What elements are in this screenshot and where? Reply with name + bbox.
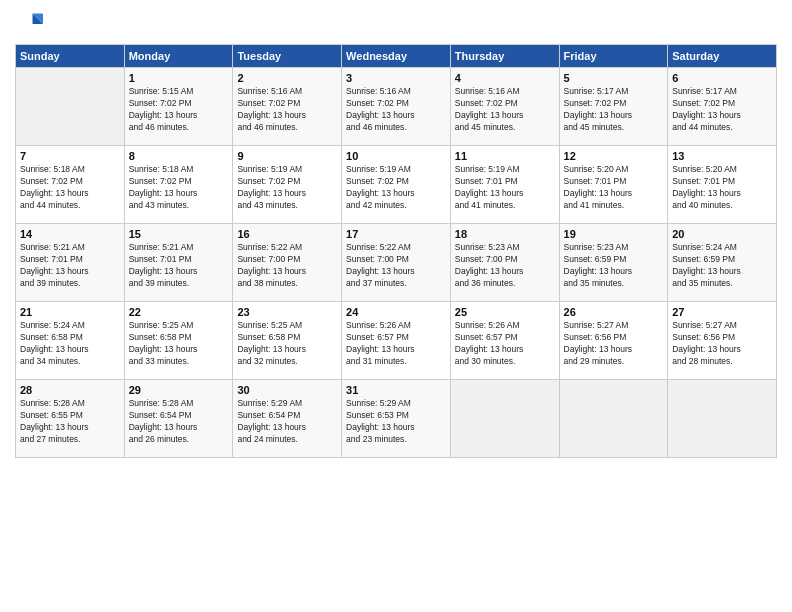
- day-cell: 25Sunrise: 5:26 AMSunset: 6:57 PMDayligh…: [450, 302, 559, 380]
- week-row-1: 1Sunrise: 5:15 AMSunset: 7:02 PMDaylight…: [16, 68, 777, 146]
- day-cell: 30Sunrise: 5:29 AMSunset: 6:54 PMDayligh…: [233, 380, 342, 458]
- day-cell: 1Sunrise: 5:15 AMSunset: 7:02 PMDaylight…: [124, 68, 233, 146]
- day-info: Sunrise: 5:20 AMSunset: 7:01 PMDaylight:…: [564, 164, 664, 212]
- day-number: 3: [346, 72, 446, 84]
- col-header-tuesday: Tuesday: [233, 45, 342, 68]
- day-info: Sunrise: 5:29 AMSunset: 6:53 PMDaylight:…: [346, 398, 446, 446]
- day-cell: 11Sunrise: 5:19 AMSunset: 7:01 PMDayligh…: [450, 146, 559, 224]
- day-info: Sunrise: 5:26 AMSunset: 6:57 PMDaylight:…: [455, 320, 555, 368]
- page: SundayMondayTuesdayWednesdayThursdayFrid…: [0, 0, 792, 612]
- day-number: 1: [129, 72, 229, 84]
- day-number: 9: [237, 150, 337, 162]
- day-number: 30: [237, 384, 337, 396]
- day-number: 20: [672, 228, 772, 240]
- week-row-2: 7Sunrise: 5:18 AMSunset: 7:02 PMDaylight…: [16, 146, 777, 224]
- day-info: Sunrise: 5:28 AMSunset: 6:55 PMDaylight:…: [20, 398, 120, 446]
- day-info: Sunrise: 5:27 AMSunset: 6:56 PMDaylight:…: [564, 320, 664, 368]
- day-cell: 19Sunrise: 5:23 AMSunset: 6:59 PMDayligh…: [559, 224, 668, 302]
- day-info: Sunrise: 5:23 AMSunset: 6:59 PMDaylight:…: [564, 242, 664, 290]
- day-cell: 14Sunrise: 5:21 AMSunset: 7:01 PMDayligh…: [16, 224, 125, 302]
- day-info: Sunrise: 5:19 AMSunset: 7:02 PMDaylight:…: [346, 164, 446, 212]
- day-cell: 15Sunrise: 5:21 AMSunset: 7:01 PMDayligh…: [124, 224, 233, 302]
- day-cell: [559, 380, 668, 458]
- day-cell: 29Sunrise: 5:28 AMSunset: 6:54 PMDayligh…: [124, 380, 233, 458]
- day-info: Sunrise: 5:17 AMSunset: 7:02 PMDaylight:…: [672, 86, 772, 134]
- day-info: Sunrise: 5:15 AMSunset: 7:02 PMDaylight:…: [129, 86, 229, 134]
- day-number: 25: [455, 306, 555, 318]
- day-info: Sunrise: 5:29 AMSunset: 6:54 PMDaylight:…: [237, 398, 337, 446]
- day-number: 16: [237, 228, 337, 240]
- col-header-saturday: Saturday: [668, 45, 777, 68]
- day-cell: 31Sunrise: 5:29 AMSunset: 6:53 PMDayligh…: [342, 380, 451, 458]
- day-cell: 16Sunrise: 5:22 AMSunset: 7:00 PMDayligh…: [233, 224, 342, 302]
- day-cell: 24Sunrise: 5:26 AMSunset: 6:57 PMDayligh…: [342, 302, 451, 380]
- day-cell: 3Sunrise: 5:16 AMSunset: 7:02 PMDaylight…: [342, 68, 451, 146]
- day-cell: 27Sunrise: 5:27 AMSunset: 6:56 PMDayligh…: [668, 302, 777, 380]
- day-cell: [668, 380, 777, 458]
- day-cell: 26Sunrise: 5:27 AMSunset: 6:56 PMDayligh…: [559, 302, 668, 380]
- day-cell: 13Sunrise: 5:20 AMSunset: 7:01 PMDayligh…: [668, 146, 777, 224]
- week-row-5: 28Sunrise: 5:28 AMSunset: 6:55 PMDayligh…: [16, 380, 777, 458]
- day-cell: 17Sunrise: 5:22 AMSunset: 7:00 PMDayligh…: [342, 224, 451, 302]
- day-info: Sunrise: 5:16 AMSunset: 7:02 PMDaylight:…: [455, 86, 555, 134]
- day-info: Sunrise: 5:17 AMSunset: 7:02 PMDaylight:…: [564, 86, 664, 134]
- col-header-friday: Friday: [559, 45, 668, 68]
- day-info: Sunrise: 5:19 AMSunset: 7:02 PMDaylight:…: [237, 164, 337, 212]
- day-info: Sunrise: 5:19 AMSunset: 7:01 PMDaylight:…: [455, 164, 555, 212]
- day-cell: 28Sunrise: 5:28 AMSunset: 6:55 PMDayligh…: [16, 380, 125, 458]
- day-cell: 21Sunrise: 5:24 AMSunset: 6:58 PMDayligh…: [16, 302, 125, 380]
- logo: [15, 10, 47, 38]
- day-number: 2: [237, 72, 337, 84]
- day-number: 24: [346, 306, 446, 318]
- col-header-sunday: Sunday: [16, 45, 125, 68]
- day-cell: [16, 68, 125, 146]
- col-header-monday: Monday: [124, 45, 233, 68]
- day-cell: 22Sunrise: 5:25 AMSunset: 6:58 PMDayligh…: [124, 302, 233, 380]
- day-number: 21: [20, 306, 120, 318]
- day-info: Sunrise: 5:22 AMSunset: 7:00 PMDaylight:…: [237, 242, 337, 290]
- calendar-table: SundayMondayTuesdayWednesdayThursdayFrid…: [15, 44, 777, 458]
- day-number: 4: [455, 72, 555, 84]
- day-info: Sunrise: 5:25 AMSunset: 6:58 PMDaylight:…: [237, 320, 337, 368]
- day-info: Sunrise: 5:20 AMSunset: 7:01 PMDaylight:…: [672, 164, 772, 212]
- day-number: 26: [564, 306, 664, 318]
- day-cell: 8Sunrise: 5:18 AMSunset: 7:02 PMDaylight…: [124, 146, 233, 224]
- day-number: 31: [346, 384, 446, 396]
- day-cell: 23Sunrise: 5:25 AMSunset: 6:58 PMDayligh…: [233, 302, 342, 380]
- week-row-4: 21Sunrise: 5:24 AMSunset: 6:58 PMDayligh…: [16, 302, 777, 380]
- day-info: Sunrise: 5:21 AMSunset: 7:01 PMDaylight:…: [20, 242, 120, 290]
- header-row: SundayMondayTuesdayWednesdayThursdayFrid…: [16, 45, 777, 68]
- day-info: Sunrise: 5:26 AMSunset: 6:57 PMDaylight:…: [346, 320, 446, 368]
- day-info: Sunrise: 5:21 AMSunset: 7:01 PMDaylight:…: [129, 242, 229, 290]
- day-number: 23: [237, 306, 337, 318]
- week-row-3: 14Sunrise: 5:21 AMSunset: 7:01 PMDayligh…: [16, 224, 777, 302]
- day-number: 10: [346, 150, 446, 162]
- day-cell: 4Sunrise: 5:16 AMSunset: 7:02 PMDaylight…: [450, 68, 559, 146]
- day-info: Sunrise: 5:24 AMSunset: 6:58 PMDaylight:…: [20, 320, 120, 368]
- header: [15, 10, 777, 38]
- day-info: Sunrise: 5:24 AMSunset: 6:59 PMDaylight:…: [672, 242, 772, 290]
- day-cell: 12Sunrise: 5:20 AMSunset: 7:01 PMDayligh…: [559, 146, 668, 224]
- day-number: 8: [129, 150, 229, 162]
- col-header-thursday: Thursday: [450, 45, 559, 68]
- day-cell: 7Sunrise: 5:18 AMSunset: 7:02 PMDaylight…: [16, 146, 125, 224]
- day-cell: 5Sunrise: 5:17 AMSunset: 7:02 PMDaylight…: [559, 68, 668, 146]
- day-info: Sunrise: 5:18 AMSunset: 7:02 PMDaylight:…: [20, 164, 120, 212]
- day-cell: 9Sunrise: 5:19 AMSunset: 7:02 PMDaylight…: [233, 146, 342, 224]
- day-cell: 2Sunrise: 5:16 AMSunset: 7:02 PMDaylight…: [233, 68, 342, 146]
- day-number: 7: [20, 150, 120, 162]
- logo-icon: [15, 10, 43, 38]
- day-info: Sunrise: 5:25 AMSunset: 6:58 PMDaylight:…: [129, 320, 229, 368]
- day-info: Sunrise: 5:18 AMSunset: 7:02 PMDaylight:…: [129, 164, 229, 212]
- day-number: 29: [129, 384, 229, 396]
- day-number: 11: [455, 150, 555, 162]
- day-info: Sunrise: 5:22 AMSunset: 7:00 PMDaylight:…: [346, 242, 446, 290]
- day-cell: [450, 380, 559, 458]
- col-header-wednesday: Wednesday: [342, 45, 451, 68]
- day-cell: 10Sunrise: 5:19 AMSunset: 7:02 PMDayligh…: [342, 146, 451, 224]
- day-cell: 20Sunrise: 5:24 AMSunset: 6:59 PMDayligh…: [668, 224, 777, 302]
- day-number: 18: [455, 228, 555, 240]
- day-number: 19: [564, 228, 664, 240]
- day-number: 28: [20, 384, 120, 396]
- day-number: 27: [672, 306, 772, 318]
